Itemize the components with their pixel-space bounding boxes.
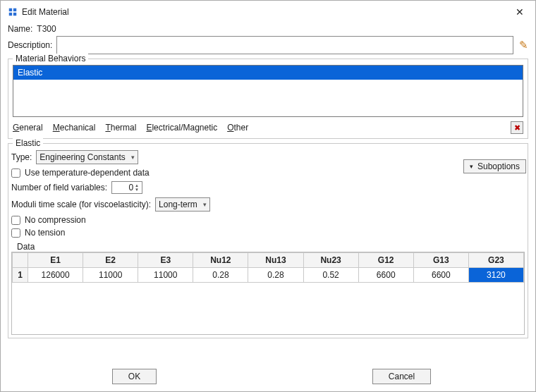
type-label: Type:: [11, 152, 32, 162]
data-cell[interactable]: 126000: [28, 268, 83, 283]
menu-thermal[interactable]: Thermal: [105, 123, 136, 133]
svg-rect-2: [9, 13, 12, 16]
window-title: Edit Material: [22, 7, 69, 17]
data-cell-selected[interactable]: 3120: [468, 268, 523, 283]
col-header[interactable]: Nu23: [303, 253, 358, 268]
type-select[interactable]: Engineering Constants ▾: [36, 150, 138, 164]
dialog-button-bar: OK Cancel: [1, 369, 535, 384]
col-header[interactable]: G12: [358, 253, 413, 268]
close-button[interactable]: ✕: [511, 5, 528, 19]
material-behaviors-list[interactable]: Elastic: [13, 65, 523, 117]
menu-other[interactable]: Other: [227, 123, 248, 133]
nfv-label: Number of field variables:: [11, 183, 107, 192]
data-cell[interactable]: 11000: [138, 268, 193, 283]
data-cell[interactable]: 6600: [413, 268, 468, 283]
row-number-header: [13, 253, 28, 268]
col-header[interactable]: G23: [468, 253, 523, 268]
edit-description-icon[interactable]: ✎: [519, 39, 528, 51]
moduli-time-scale-value: Long-term: [159, 200, 197, 209]
no-tension-checkbox[interactable]: [11, 228, 20, 238]
type-select-value: Engineering Constants: [39, 152, 125, 162]
table-row[interactable]: 1 126000 11000 11000 0.28 0.28 0.52 6600…: [13, 268, 524, 283]
chevron-down-icon: ▾: [203, 201, 207, 208]
spin-down-icon[interactable]: ▼: [135, 188, 139, 192]
material-behavior-item[interactable]: Elastic: [13, 66, 523, 80]
menu-mechanical[interactable]: Mechanical: [53, 123, 96, 133]
col-header[interactable]: E3: [138, 253, 193, 268]
nfv-spinner[interactable]: ▲▼: [111, 181, 139, 194]
data-legend: Data: [14, 242, 37, 252]
titlebar: Edit Material ✕: [1, 1, 535, 22]
material-behaviors-legend: Material Behaviors: [13, 54, 88, 63]
col-header[interactable]: E2: [83, 253, 138, 268]
caret-down-icon: ▾: [470, 163, 473, 170]
data-cell[interactable]: 0.28: [248, 268, 303, 283]
cancel-button[interactable]: Cancel: [372, 369, 431, 384]
table-header-row: E1 E2 E3 Nu12 Nu13 Nu23 G12 G13 G23: [13, 253, 524, 268]
data-cell[interactable]: 0.52: [303, 268, 358, 283]
col-header[interactable]: Nu13: [248, 253, 303, 268]
data-cell[interactable]: 11000: [83, 268, 138, 283]
no-compression-label: No compression: [25, 215, 86, 225]
name-label: Name:: [8, 24, 32, 34]
chevron-down-icon: ▾: [131, 154, 135, 161]
elastic-legend: Elastic: [13, 138, 43, 148]
use-temperature-label: Use temperature-dependent data: [25, 168, 150, 178]
no-tension-label: No tension: [25, 228, 65, 238]
name-value: T300: [37, 24, 56, 34]
app-icon: [8, 7, 18, 17]
row-number-cell: 1: [13, 268, 28, 283]
moduli-time-scale-select[interactable]: Long-term ▾: [155, 197, 210, 212]
behavior-menubar: General Mechanical Thermal Electrical/Ma…: [13, 121, 523, 134]
svg-rect-3: [13, 13, 16, 16]
use-temperature-checkbox[interactable]: [11, 169, 20, 178]
svg-rect-1: [13, 8, 16, 11]
col-header[interactable]: E1: [28, 253, 83, 268]
data-cell[interactable]: 6600: [358, 268, 413, 283]
suboptions-button[interactable]: ▾ Suboptions: [463, 159, 526, 173]
elastic-group: Elastic Type: Engineering Constants ▾ ▾ …: [8, 143, 528, 338]
data-cell[interactable]: 0.28: [193, 268, 248, 283]
suboptions-label: Suboptions: [477, 161, 520, 171]
material-behaviors-group: Material Behaviors Elastic General Mecha…: [8, 59, 528, 139]
col-header[interactable]: Nu12: [193, 253, 248, 268]
menu-electrical-magnetic[interactable]: Electrical/Magnetic: [146, 123, 217, 133]
menu-general[interactable]: General: [13, 123, 43, 133]
description-label: Description:: [8, 40, 52, 50]
no-compression-checkbox[interactable]: [11, 216, 20, 225]
delete-behavior-button[interactable]: ✖: [511, 121, 523, 134]
description-input[interactable]: [56, 36, 513, 54]
svg-rect-0: [9, 8, 12, 11]
col-header[interactable]: G13: [413, 253, 468, 268]
moduli-time-scale-label: Moduli time scale (for viscoelasticity):: [11, 200, 151, 209]
ok-button[interactable]: OK: [112, 369, 157, 384]
data-table[interactable]: E1 E2 E3 Nu12 Nu13 Nu23 G12 G13 G23: [11, 252, 525, 335]
